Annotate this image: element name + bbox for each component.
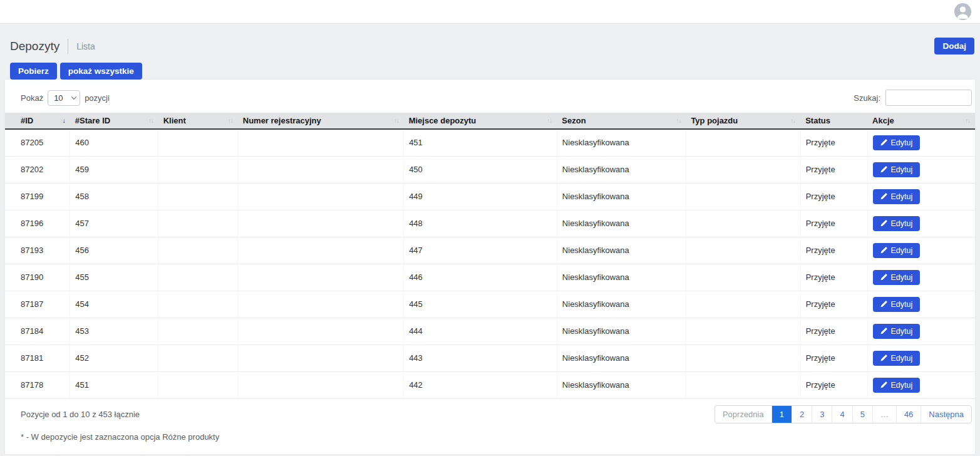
edit-button[interactable]: Edytuj [873, 297, 921, 312]
page-length-select[interactable]: 10 [48, 90, 80, 106]
column-header-klient[interactable]: Klient↑↓ [158, 113, 238, 129]
table-row: 87199458449NiesklasyfikowanaPrzyjęteEdyt… [5, 183, 975, 210]
column-header-status[interactable]: Status [800, 113, 867, 129]
cell-klient [158, 210, 238, 237]
cell-akcje: Edytuj [867, 156, 975, 183]
edit-button[interactable]: Edytuj [873, 243, 921, 258]
table-row: 87193456447NiesklasyfikowanaPrzyjęteEdyt… [5, 237, 975, 264]
pagination-page-5[interactable]: 5 [852, 406, 872, 423]
cell-miejsce-depozytu: 447 [404, 237, 557, 264]
cell-sezon: Niesklasyfikowana [557, 156, 686, 183]
cell-sezon: Niesklasyfikowana [557, 129, 686, 156]
cell-typ-pojazdu [686, 183, 800, 210]
cell-akcje: Edytuj [867, 183, 975, 210]
cell-numer-rejestracyjny [238, 345, 404, 371]
table-row: 87196457448NiesklasyfikowanaPrzyjęteEdyt… [5, 210, 975, 237]
cell-numer-rejestracyjny [238, 156, 404, 183]
column-header-akcje[interactable]: Akcje↑↓ [867, 113, 975, 129]
column-label: #ID [21, 116, 33, 125]
column-header-miejsce-depozytu[interactable]: Miejsce depozytu↑↓ [404, 113, 557, 129]
add-button[interactable]: Dodaj [934, 38, 974, 54]
table-row: 87184453444NiesklasyfikowanaPrzyjęteEdyt… [5, 318, 975, 345]
cell-klient [158, 345, 238, 371]
edit-button[interactable]: Edytuj [873, 378, 921, 393]
pagination-page-4[interactable]: 4 [832, 406, 852, 423]
table-header-row: #ID↑↓#Stare ID↑↓Klient↑↓Numer rejestracy… [5, 113, 975, 129]
cell-stare-id: 456 [70, 237, 158, 264]
cell-akcje: Edytuj [867, 210, 975, 237]
pagination-page-46[interactable]: 46 [896, 406, 921, 423]
column-header-sezon[interactable]: Sezon↑↓ [557, 113, 686, 129]
cell-typ-pojazdu [686, 345, 800, 371]
search-input[interactable] [885, 90, 972, 106]
column-header-numer-rejestracyjny[interactable]: Numer rejestracyjny↑↓ [238, 113, 404, 129]
pagination-next[interactable]: Następna [921, 406, 971, 423]
cell-klient [158, 129, 238, 156]
edit-button[interactable]: Edytuj [873, 324, 921, 339]
pagination-previous[interactable]: Poprzednia [715, 406, 771, 423]
cell-klient [158, 237, 238, 264]
edit-button[interactable]: Edytuj [873, 135, 921, 150]
cell-status: Przyjęte [800, 345, 867, 371]
cell-status: Przyjęte [800, 318, 867, 345]
edit-button-label: Edytuj [891, 381, 913, 390]
column-label: Sezon [562, 116, 585, 125]
edit-button[interactable]: Edytuj [873, 189, 921, 204]
download-button[interactable]: Pobierz [10, 63, 57, 80]
cell-status: Przyjęte [800, 210, 867, 237]
cell-numer-rejestracyjny [238, 129, 404, 156]
cell-stare-id: 460 [70, 129, 158, 156]
cell-akcje: Edytuj [867, 345, 975, 371]
cell-miejsce-depozytu: 446 [404, 264, 557, 291]
table-row: 87202459450NiesklasyfikowanaPrzyjęteEdyt… [5, 156, 975, 183]
column-label: Typ pojazdu [691, 116, 738, 125]
pagination-page-3[interactable]: 3 [812, 406, 832, 423]
sort-icon: ↑↓ [547, 117, 552, 124]
edit-button[interactable]: Edytuj [873, 162, 921, 177]
column-label: Numer rejestracyjny [243, 116, 321, 125]
table-controls: Pokaż 10 pozycji Szukaj: [5, 80, 975, 113]
cell-klient [158, 291, 238, 318]
cell-sezon: Niesklasyfikowana [557, 264, 686, 291]
cell-id: 87187 [5, 291, 70, 318]
deposits-table: #ID↑↓#Stare ID↑↓Klient↑↓Numer rejestracy… [5, 113, 975, 399]
cell-miejsce-depozytu: 450 [404, 156, 557, 183]
cell-id: 87205 [5, 129, 70, 156]
pencil-icon [880, 274, 887, 281]
column-header-typ-pojazdu[interactable]: Typ pojazdu↑↓ [686, 113, 800, 129]
pagination-page-1[interactable]: 1 [771, 406, 792, 423]
sort-icon: ↑↓ [676, 117, 681, 124]
edit-button[interactable]: Edytuj [873, 216, 921, 231]
pagination-ellipsis[interactable]: … [872, 406, 896, 423]
cell-numer-rejestracyjny [238, 210, 404, 237]
pencil-icon [880, 139, 887, 146]
sort-icon: ↑↓ [965, 117, 970, 124]
column-label: Status [805, 116, 830, 125]
pencil-icon [880, 301, 887, 308]
cell-status: Przyjęte [800, 156, 867, 183]
edit-button-label: Edytuj [891, 219, 913, 228]
table-info: Pozycje od 1 do 10 z 453 łącznie [21, 410, 140, 419]
column-header-stare-id[interactable]: #Stare ID↑↓ [70, 113, 158, 129]
edit-button[interactable]: Edytuj [873, 351, 921, 366]
cell-typ-pojazdu [686, 237, 800, 264]
cell-id: 87196 [5, 210, 70, 237]
cell-akcje: Edytuj [867, 264, 975, 291]
user-avatar[interactable] [954, 3, 971, 20]
cell-akcje: Edytuj [867, 371, 975, 398]
show-all-button[interactable]: pokaż wszystkie [60, 63, 142, 80]
cell-klient [158, 183, 238, 210]
page-header: Depozyty Lista Dodaj [10, 38, 974, 54]
edit-button[interactable]: Edytuj [873, 270, 921, 285]
topbar [0, 0, 980, 24]
column-header-id[interactable]: #ID↑↓ [5, 113, 70, 129]
cell-stare-id: 452 [70, 345, 158, 371]
cell-akcje: Edytuj [867, 291, 975, 318]
breadcrumb: Lista [76, 41, 95, 51]
column-label: Akcje [872, 116, 894, 125]
length-label-after: pozycji [85, 93, 110, 103]
title-separator [68, 39, 68, 54]
pencil-icon [880, 220, 887, 227]
page-title: Depozyty [10, 39, 59, 53]
pagination-page-2[interactable]: 2 [792, 406, 812, 423]
